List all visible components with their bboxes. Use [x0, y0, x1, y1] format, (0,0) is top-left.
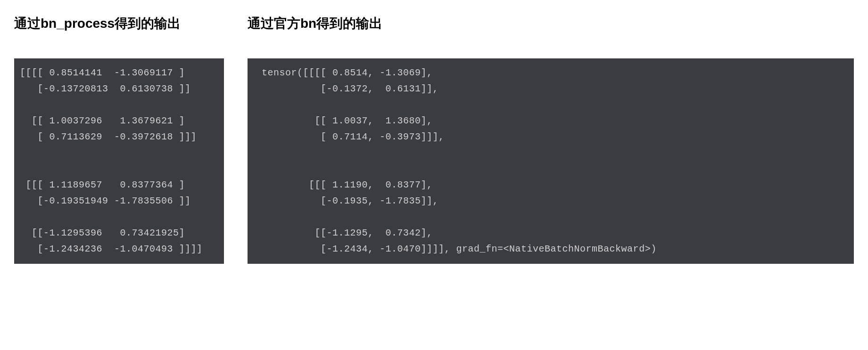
right-code-block: tensor([[[[ 0.8514, -1.3069], [-0.1372, … — [248, 58, 854, 264]
left-heading: 通过bn_process得到的输出 — [14, 14, 224, 33]
comparison-container: 通过bn_process得到的输出 [[[[ 0.8514141 -1.3069… — [14, 14, 854, 264]
left-column: 通过bn_process得到的输出 [[[[ 0.8514141 -1.3069… — [14, 14, 224, 264]
right-column: 通过官方bn得到的输出 tensor([[[[ 0.8514, -1.3069]… — [248, 14, 854, 264]
left-code-block: [[[[ 0.8514141 -1.3069117 ] [-0.13720813… — [14, 58, 224, 264]
right-heading: 通过官方bn得到的输出 — [248, 14, 854, 33]
